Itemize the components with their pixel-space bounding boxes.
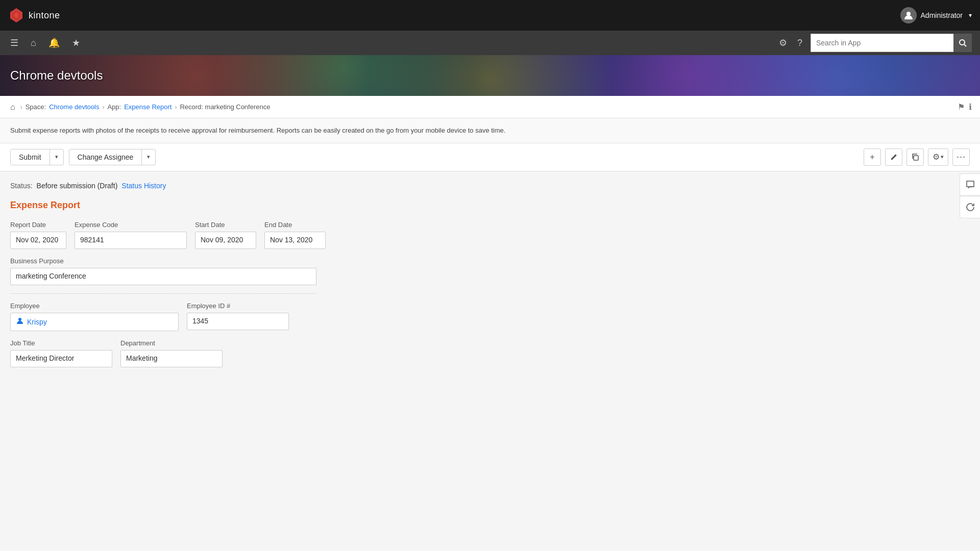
form-row-4: Job Title Merketing Director Department … bbox=[10, 339, 970, 367]
hamburger-menu-icon[interactable]: ☰ bbox=[8, 35, 20, 51]
submit-dropdown-arrow[interactable]: ▾ bbox=[50, 150, 63, 164]
business-purpose-value: marketing Conference bbox=[10, 268, 316, 285]
breadcrumb-sep-2: › bbox=[102, 104, 104, 111]
form-row-3: Employee Krispy Employee ID # 1345 bbox=[10, 302, 970, 331]
start-date-label: Start Date bbox=[195, 221, 256, 229]
report-date-label: Report Date bbox=[10, 221, 66, 229]
edit-icon bbox=[890, 153, 898, 161]
job-title-value: Merketing Director bbox=[10, 350, 112, 367]
filter-icon[interactable]: ⚑ bbox=[958, 102, 965, 112]
breadcrumb-icons: ⚑ ℹ bbox=[958, 102, 972, 112]
end-date-label: End Date bbox=[264, 221, 326, 229]
settings-button-group[interactable]: ⚙ ▾ bbox=[928, 148, 948, 166]
svg-point-4 bbox=[960, 40, 965, 45]
search-input[interactable] bbox=[811, 34, 953, 52]
business-purpose-label: Business Purpose bbox=[10, 257, 316, 265]
edit-record-button[interactable] bbox=[885, 148, 902, 166]
chat-panel-button[interactable] bbox=[960, 173, 980, 196]
gear-icon: ⚙ bbox=[933, 152, 940, 162]
svg-point-7 bbox=[18, 318, 21, 321]
employee-value-container: Krispy bbox=[10, 313, 179, 331]
svg-rect-6 bbox=[914, 156, 918, 160]
search-icon bbox=[959, 39, 967, 47]
gear-dropdown-arrow: ▾ bbox=[941, 154, 944, 160]
search-button[interactable] bbox=[953, 34, 972, 52]
action-bar-left: Submit ▾ Change Assignee ▾ bbox=[10, 149, 156, 165]
expense-code-value: 982141 bbox=[75, 232, 187, 249]
secondary-nav-left: ☰ ⌂ 🔔 ★ bbox=[8, 35, 82, 51]
status-line: Status: Before submission (Draft) Status… bbox=[10, 182, 970, 190]
submit-button-group: Submit ▾ bbox=[10, 149, 64, 165]
department-value: Marketing bbox=[120, 350, 223, 367]
copy-record-button[interactable] bbox=[906, 148, 924, 166]
logo-area[interactable]: kintone bbox=[8, 7, 60, 23]
more-options-button[interactable]: ··· bbox=[952, 148, 970, 166]
logo-text: kintone bbox=[29, 10, 60, 21]
form-row-1: Report Date Nov 02, 2020 Expense Code 98… bbox=[10, 221, 970, 249]
status-history-link[interactable]: Status History bbox=[121, 182, 166, 190]
action-bar-right: + ⚙ ▾ ··· bbox=[864, 148, 970, 166]
avatar bbox=[900, 7, 917, 23]
employee-id-label: Employee ID # bbox=[187, 302, 289, 310]
form-row-2: Business Purpose marketing Conference bbox=[10, 257, 970, 285]
department-label: Department bbox=[120, 339, 223, 347]
header-banner: Chrome devtools bbox=[0, 55, 980, 96]
breadcrumb-home-icon[interactable]: ⌂ bbox=[8, 101, 17, 114]
home-icon[interactable]: ⌂ bbox=[29, 36, 38, 51]
user-area[interactable]: Administrator ▾ bbox=[900, 7, 972, 23]
breadcrumb-space-label: Space: bbox=[26, 103, 46, 111]
change-assignee-button[interactable]: Change Assignee bbox=[69, 149, 142, 165]
add-record-button[interactable]: + bbox=[864, 148, 881, 166]
form-divider bbox=[10, 293, 316, 294]
end-date-field: End Date Nov 13, 2020 bbox=[264, 221, 326, 249]
end-date-value: Nov 13, 2020 bbox=[264, 232, 326, 249]
status-value: Before submission (Draft) bbox=[37, 182, 118, 190]
bell-icon[interactable]: 🔔 bbox=[46, 35, 62, 51]
copy-icon bbox=[911, 153, 919, 161]
info-icon[interactable]: ℹ bbox=[969, 102, 972, 112]
submit-button[interactable]: Submit bbox=[11, 149, 50, 165]
breadcrumb-app-link[interactable]: Expense Report bbox=[124, 103, 172, 111]
breadcrumb-app-label: App: bbox=[107, 103, 121, 111]
star-icon[interactable]: ★ bbox=[70, 35, 82, 51]
banner-title: Chrome devtools bbox=[10, 68, 103, 83]
chevron-down-icon: ▾ bbox=[969, 12, 972, 19]
refresh-icon bbox=[965, 202, 975, 212]
breadcrumb-space-link[interactable]: Chrome devtools bbox=[49, 103, 99, 111]
employee-id-field: Employee ID # 1345 bbox=[187, 302, 289, 330]
svg-point-3 bbox=[906, 12, 911, 16]
employee-label: Employee bbox=[10, 302, 179, 310]
refresh-panel-button[interactable] bbox=[960, 196, 980, 218]
top-navigation: kintone Administrator ▾ bbox=[0, 0, 980, 31]
settings-icon[interactable]: ⚙ bbox=[777, 35, 789, 51]
breadcrumb-sep-3: › bbox=[175, 104, 177, 111]
action-bar: Submit ▾ Change Assignee ▾ + ⚙ ▾ ··· bbox=[0, 143, 980, 171]
status-label: Status: bbox=[10, 182, 33, 190]
search-area bbox=[811, 34, 972, 52]
employee-name[interactable]: Krispy bbox=[27, 318, 47, 326]
description-bar: Submit expense reports with photos of th… bbox=[0, 118, 980, 143]
job-title-label: Job Title bbox=[10, 339, 112, 347]
change-assignee-dropdown-arrow[interactable]: ▾ bbox=[142, 150, 155, 164]
form-title: Expense Report bbox=[10, 200, 970, 211]
start-date-field: Start Date Nov 09, 2020 bbox=[195, 221, 256, 249]
help-icon[interactable]: ? bbox=[795, 36, 804, 51]
employee-field: Employee Krispy bbox=[10, 302, 179, 331]
job-title-field: Job Title Merketing Director bbox=[10, 339, 112, 367]
report-date-value: Nov 02, 2020 bbox=[10, 232, 66, 249]
breadcrumb-record-text: Record: marketing Conference bbox=[180, 103, 270, 111]
start-date-value: Nov 09, 2020 bbox=[195, 232, 256, 249]
svg-line-5 bbox=[964, 44, 966, 46]
employee-id-value: 1345 bbox=[187, 313, 289, 330]
breadcrumb-sep-1: › bbox=[20, 104, 22, 111]
top-nav-right: Administrator ▾ bbox=[900, 7, 972, 23]
description-text: Submit expense reports with photos of th… bbox=[10, 127, 505, 134]
business-purpose-field: Business Purpose marketing Conference bbox=[10, 257, 316, 285]
user-name: Administrator bbox=[921, 11, 963, 19]
department-field: Department Marketing bbox=[120, 339, 223, 367]
content-area: Status: Before submission (Draft) Status… bbox=[0, 171, 980, 552]
chat-icon bbox=[965, 180, 975, 190]
secondary-nav-right: ⚙ ? bbox=[777, 34, 972, 52]
top-nav-left: kintone bbox=[8, 7, 60, 23]
report-date-field: Report Date Nov 02, 2020 bbox=[10, 221, 66, 249]
